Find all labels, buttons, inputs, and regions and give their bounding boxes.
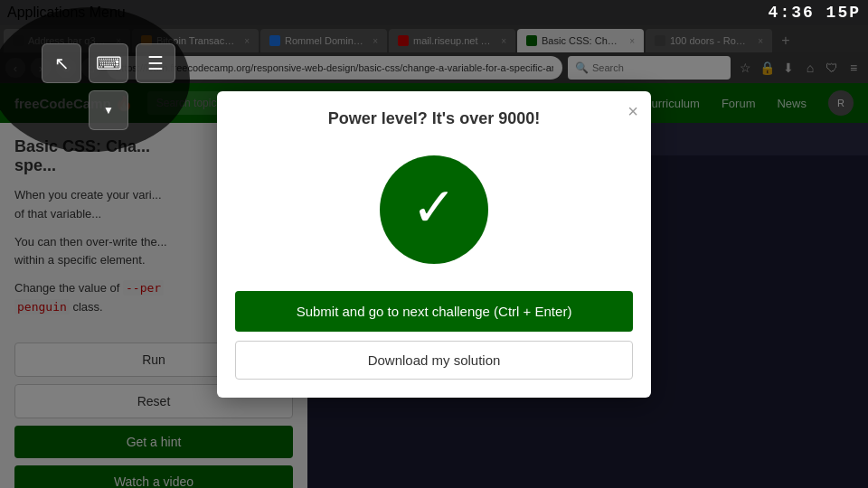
hamburger-menu-icon-button[interactable]: ☰: [136, 43, 175, 83]
keyboard-icon-button[interactable]: ⌨: [89, 43, 128, 83]
checkmark-symbol: ✓: [411, 181, 457, 235]
circle-icons-group: ↖ ⌨ ☰ ▼: [9, 25, 208, 148]
circle-overlay: ↖ ⌨ ☰ ▼: [9, 25, 208, 170]
download-solution-button[interactable]: Download my solution: [235, 341, 633, 380]
scroll-down-icon-button[interactable]: ▼: [89, 90, 128, 130]
submit-next-button[interactable]: Submit and go to next challenge (Ctrl + …: [235, 291, 633, 332]
modal-dialog: × Power level? It's over 9000! ✓ Submit …: [217, 91, 651, 398]
modal-title: Power level? It's over 9000!: [217, 91, 651, 137]
checkmark-circle: ✓: [380, 155, 488, 264]
os-clock: 4:36 15P: [769, 4, 861, 22]
modal-close-button[interactable]: ×: [627, 102, 638, 120]
modal-checkmark-area: ✓: [217, 137, 651, 282]
cursor-icon-button[interactable]: ↖: [42, 43, 81, 83]
modal-actions: Submit and go to next challenge (Ctrl + …: [217, 282, 651, 398]
